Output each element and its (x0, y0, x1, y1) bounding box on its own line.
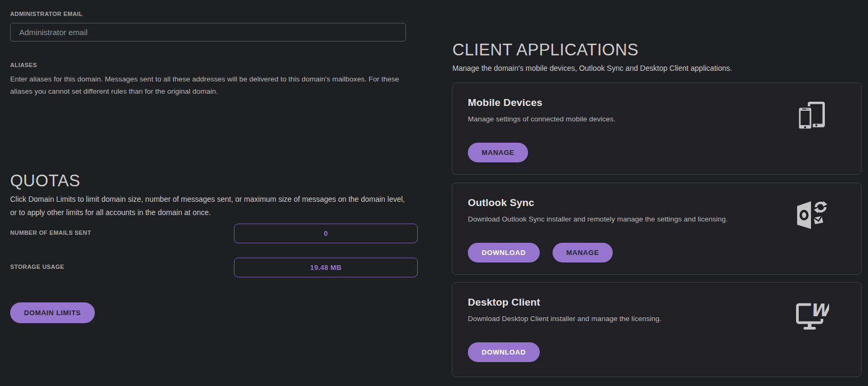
mobile-devices-card: Mobile Devices Manage settings of connec… (452, 83, 862, 175)
storage-usage-field[interactable]: 19.48 MB (234, 258, 418, 277)
desktop-client-icon: W W (796, 300, 827, 331)
desktop-client-card: Desktop Client Download Desktop Client i… (452, 282, 862, 377)
outlook-sync-card-actions: DOWNLOAD MANAGE (468, 243, 613, 262)
desktop-client-download-button[interactable]: DOWNLOAD (468, 342, 540, 362)
client-applications-section: CLIENT APPLICATIONS Manage the domain's … (452, 0, 862, 386)
domain-settings-column: ADMINISTRATOR EMAIL ALIASES Enter aliase… (10, 0, 418, 386)
domain-limits-button[interactable]: DOMAIN LIMITS (10, 302, 95, 323)
outlook-sync-icon (796, 200, 827, 231)
client-applications-heading: CLIENT APPLICATIONS (452, 40, 638, 60)
domain-settings-page: ADMINISTRATOR EMAIL ALIASES Enter aliase… (0, 0, 868, 386)
mobile-devices-manage-button[interactable]: MANAGE (468, 143, 528, 162)
aliases-label: ALIASES (10, 62, 37, 68)
administrator-email-label: ADMINISTRATOR EMAIL (10, 11, 83, 17)
emails-sent-value: 0 (324, 229, 328, 237)
mobile-devices-card-description: Manage settings of connected mobile devi… (468, 115, 615, 123)
outlook-sync-download-button[interactable]: DOWNLOAD (468, 243, 540, 262)
mobile-devices-card-title: Mobile Devices (468, 97, 542, 109)
outlook-sync-card: Outlook Sync Download Outlook Sync insta… (452, 183, 862, 275)
outlook-sync-manage-button[interactable]: MANAGE (553, 243, 613, 262)
aliases-description: Enter aliases for this domain. Messages … (10, 73, 409, 97)
emails-sent-field[interactable]: 0 (234, 224, 418, 243)
emails-sent-label: NUMBER OF EMAILS SENT (10, 229, 91, 236)
desktop-client-card-title: Desktop Client (468, 297, 540, 308)
svg-text:W: W (810, 300, 829, 321)
storage-usage-label: STORAGE USAGE (10, 264, 64, 270)
mobile-devices-card-actions: MANAGE (468, 143, 528, 162)
quotas-heading: QUOTAS (10, 171, 80, 191)
outlook-sync-card-description: Download Outlook Sync installer and remo… (468, 215, 728, 223)
storage-usage-value: 19.48 MB (310, 264, 342, 272)
administrator-email-input[interactable] (10, 23, 406, 42)
client-applications-subtitle: Manage the domain's mobile devices, Outl… (452, 63, 857, 73)
outlook-sync-card-title: Outlook Sync (468, 197, 534, 209)
desktop-client-card-actions: DOWNLOAD (468, 342, 540, 362)
mobile-devices-icon (796, 100, 827, 131)
quotas-description: Click Domain Limits to limit domain size… (10, 193, 411, 219)
desktop-client-card-description: Download Desktop Client installer and ma… (468, 315, 661, 323)
